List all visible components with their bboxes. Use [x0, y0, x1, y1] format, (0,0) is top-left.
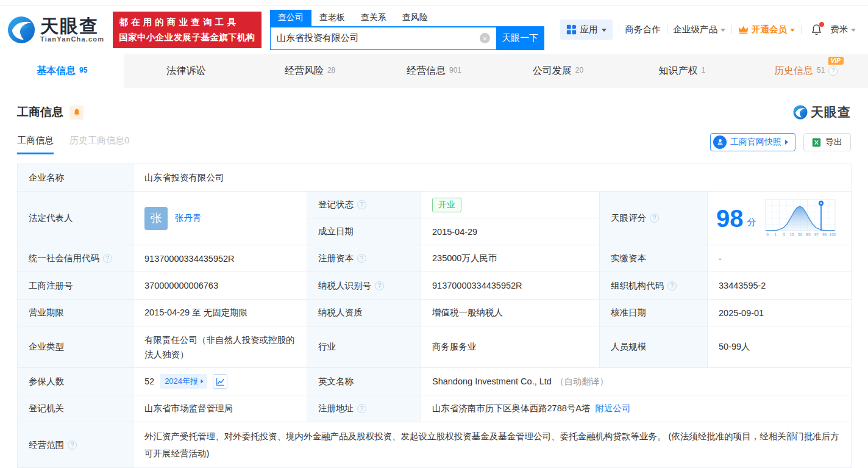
search-tab-boss[interactable]: 查老板 [311, 10, 353, 26]
stamp-icon [713, 135, 727, 149]
svg-text:100: 100 [829, 232, 836, 237]
score-distribution-chart: 0 1 3 15 50 85 97 99 100 [765, 199, 837, 238]
svg-text:85: 85 [806, 232, 811, 237]
bell-icon [73, 108, 81, 117]
business-term-label: 营业期限 [18, 300, 133, 326]
svg-text:3: 3 [782, 232, 784, 237]
reg-number-value: 370000000006763 [133, 272, 307, 300]
help-icon[interactable]: ? [357, 404, 366, 413]
nav-enterprise[interactable]: 企业级产品 [674, 24, 726, 35]
score-value: 98 分 0 1 3 15 50 85 97 99 100 [708, 192, 852, 245]
divider [619, 25, 619, 34]
export-label: 导出 [825, 137, 842, 148]
credit-code-value: 91370000334435952R [133, 245, 307, 272]
section-title: 工商信息 [17, 104, 63, 120]
search-tab-relation[interactable]: 查关系 [353, 10, 394, 26]
reg-number-label: 工商注册号 [18, 272, 133, 300]
svg-text:99: 99 [822, 232, 827, 237]
company-type-label: 企业类型 [18, 326, 133, 368]
header: 天眼查 TianYanCha.com 都在用的商业查询工具 国家中小企业发展子基… [0, 5, 868, 54]
vip-badge: VIP [828, 57, 844, 65]
tianyancha-logo[interactable]: 天眼查 TianYanCha.com [7, 16, 104, 44]
notification-bell[interactable] [810, 23, 823, 36]
help-icon[interactable]: ? [357, 200, 366, 209]
tab-history-info[interactable]: VIP 历史信息 51 ? [744, 54, 868, 88]
company-name-label: 企业名称 [18, 164, 133, 192]
tab-count: 51 [817, 66, 825, 74]
nearby-companies-link[interactable]: 附近公司 [595, 403, 630, 414]
search-area: 查公司 查老板 查关系 查风险 × 天眼一下 [270, 10, 544, 50]
help-icon[interactable]: ? [103, 254, 112, 263]
score-label: 天眼评分 ? [600, 192, 708, 245]
snapshot-label: 工商官网快照 [730, 137, 781, 148]
reg-capital-value: 235000万人民币 [421, 245, 600, 272]
nav-cooperation[interactable]: 商务合作 [625, 24, 661, 35]
notification-dot [819, 22, 824, 27]
tab-count: 901 [449, 66, 461, 74]
help-icon[interactable]: ? [68, 441, 77, 450]
credit-code-label: 统一社会信用代码 ? [18, 245, 133, 272]
subtab-history-business-info[interactable]: 历史工商信息0 [69, 135, 129, 154]
user-menu[interactable]: 费米 [830, 24, 856, 35]
search-tab-risk[interactable]: 查风险 [394, 10, 436, 26]
avatar[interactable]: 张 [144, 207, 168, 230]
approval-date-label: 核准日期 [600, 300, 708, 326]
chevron-down-icon [720, 29, 725, 32]
tab-count: 95 [79, 66, 87, 74]
help-icon[interactable]: ? [828, 67, 838, 76]
tab-company-development[interactable]: 公司发展 20 [496, 54, 620, 88]
english-name-value: Shandong Investment Co., Ltd （自动翻译） [421, 368, 852, 395]
tab-count: 20 [575, 66, 583, 74]
taxpayer-quality-value: 增值税一般纳税人 [421, 300, 600, 326]
tab-intellectual-property[interactable]: 知识产权 1 [620, 54, 744, 88]
line-chart-icon [216, 377, 225, 386]
help-icon[interactable]: ? [650, 214, 659, 223]
business-registration-section: 工商信息 天眼查 工商信息 历史工商信息0 工商官网快照 [0, 104, 868, 468]
registration-info-table: 企业名称 山东省投资有限公司 法定代表人 张 张丹青 登记状态 ? 开业 天眼评… [17, 164, 851, 468]
legal-rep-link[interactable]: 张丹青 [175, 212, 202, 224]
watermark-brand: 天眼查 [811, 104, 851, 121]
subtab-business-info[interactable]: 工商信息 [17, 135, 54, 154]
excel-icon [812, 138, 821, 147]
chevron-down-icon [790, 29, 795, 32]
arrow-right-icon [201, 380, 204, 383]
tab-basic-info[interactable]: 基本信息 95 [0, 54, 124, 88]
tab-business-info[interactable]: 经营信息 901 [372, 54, 496, 88]
business-scope-value: 外汇资产受托管理、对外委托投资、境内外金融产品及股权投资、发起设立股权投资基金及… [133, 422, 852, 468]
tab-legal-litigation[interactable]: 法律诉讼 [124, 54, 247, 88]
tianyancha-logo-icon [793, 105, 808, 120]
promo-line2: 国家中小企业发展子基金旗下机构 [119, 30, 255, 45]
status-badge: 开业 [432, 198, 461, 212]
export-button[interactable]: 导出 [803, 133, 851, 151]
tab-label: 知识产权 [658, 65, 697, 77]
company-name-value: 山东省投资有限公司 [133, 164, 852, 192]
search-input[interactable] [271, 33, 480, 43]
subscribe-bell[interactable] [69, 106, 84, 120]
apps-menu[interactable]: 应用 [560, 20, 613, 40]
svg-text:1: 1 [774, 232, 777, 237]
nav-open-vip[interactable]: 开通会员 [738, 24, 795, 35]
annual-report-badge[interactable]: 2024年报 [160, 374, 207, 389]
tianyancha-logo-icon [7, 16, 35, 44]
business-term-value: 2015-04-29 至 无固定期限 [133, 300, 307, 326]
apps-grid-icon [566, 24, 577, 35]
tab-operation-risk[interactable]: 经营风险 28 [248, 54, 372, 88]
help-icon[interactable]: ? [357, 254, 366, 263]
official-snapshot-button[interactable]: 工商官网快照 [710, 133, 795, 151]
help-icon[interactable]: ? [667, 281, 677, 290]
address-value: 山东省济南市历下区奥体西路2788号A塔 附近公司 [421, 395, 852, 422]
subtab-row: 工商信息 历史工商信息0 工商官网快照 导出 [17, 133, 851, 156]
search-button[interactable]: 天眼一下 [496, 27, 544, 49]
establish-date-label: 成立日期 [307, 218, 421, 245]
arrow-right-icon [785, 140, 788, 145]
clear-icon[interactable]: × [480, 33, 490, 43]
svg-text:50: 50 [797, 232, 802, 237]
help-icon[interactable]: ? [375, 281, 384, 290]
brand-name: 天眼查 [40, 17, 104, 35]
company-tabs: 基本信息 95 法律诉讼 经营风险 28 经营信息 901 公司发展 20 知识… [0, 54, 868, 88]
trend-chart-button[interactable] [213, 374, 227, 389]
insured-count-label: 参保人数 [18, 368, 133, 395]
registry-value: 山东省市场监督管理局 [133, 395, 307, 422]
staff-size-label: 人员规模 [600, 326, 708, 368]
search-tab-company[interactable]: 查公司 [270, 10, 311, 26]
